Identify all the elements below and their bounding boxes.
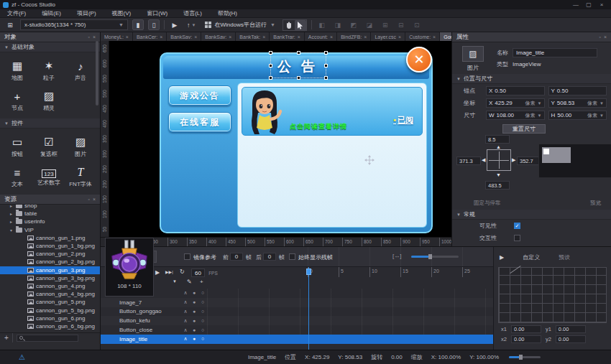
section-general[interactable]: ▼ 常规: [452, 210, 611, 220]
resource-item[interactable]: cannon_gun_3_bg.png: [0, 274, 100, 282]
layer-visibility-eye-icon[interactable]: ●: [190, 327, 198, 333]
document-tab[interactable]: MoneyL:: [101, 32, 133, 41]
layer-visibility-eye-icon[interactable]: ●: [190, 299, 198, 305]
timeline-layer-row[interactable]: Image_7 ∧ ● ○: [101, 298, 493, 307]
curve-tab-custom[interactable]: 自定义: [523, 253, 540, 261]
document-tab[interactable]: Layer.csc: [371, 32, 405, 41]
select-tool-button[interactable]: [295, 20, 306, 31]
layer-lock-icon[interactable]: ○: [198, 327, 207, 333]
dock-center-box[interactable]: [487, 149, 511, 171]
skip-to-end-button[interactable]: ▶▶|: [165, 269, 173, 274]
margin-left-input[interactable]: 371.3: [456, 157, 481, 165]
section-controls[interactable]: ▼ 控件: [0, 118, 100, 129]
design-canvas[interactable]: 公告 ✕ 游戏公告 在线客服: [109, 41, 451, 237]
object-item[interactable]: + 节点: [1, 85, 33, 116]
timeline-layer-row[interactable]: Image_title ∧ ● ○: [101, 335, 493, 344]
menu-item[interactable]: 视图(V): [112, 9, 132, 17]
dialog-close-button[interactable]: ✕: [406, 47, 432, 73]
layer-visibility-eye-icon[interactable]: ●: [190, 290, 198, 296]
align-right-icon[interactable]: ◨: [332, 19, 344, 30]
layer-expand-icon[interactable]: ∧: [181, 299, 190, 305]
document-tab[interactable]: BankTak:: [236, 32, 270, 41]
interactivity-checkbox[interactable]: [514, 235, 520, 241]
resource-search-input[interactable]: [17, 335, 78, 342]
publish-button[interactable]: ↑▼: [185, 19, 198, 30]
coord-x-input[interactable]: X425.29 像素▼: [486, 98, 545, 108]
playhead[interactable]: [308, 267, 309, 350]
pin-icon[interactable]: ▫: [88, 34, 89, 39]
size-h-input[interactable]: H50.00 像素▼: [548, 111, 607, 120]
object-item[interactable]: ▨ 精灵: [33, 85, 65, 116]
resource-item[interactable]: cannon_gun_5_bg.png: [0, 306, 100, 314]
menu-item[interactable]: 帮助(H): [218, 9, 237, 17]
canvas-bg-dark-button[interactable]: ▯: [148, 19, 160, 30]
hand-tool-button[interactable]: [283, 20, 295, 31]
document-tab[interactable]: BankSav:: [167, 32, 201, 41]
edit-animation-icon[interactable]: ✎: [187, 279, 192, 285]
curve-y2-input[interactable]: 0.00: [556, 335, 586, 343]
coord-y-input[interactable]: Y508.53 像素▼: [548, 98, 607, 108]
reset-size-button[interactable]: 重置尺寸: [502, 124, 546, 134]
timeline-layer-row[interactable]: Button_close ∧ ● ○: [101, 325, 493, 335]
mirror-reference-checkbox[interactable]: [184, 253, 190, 260]
game-announcement-button[interactable]: 游戏公告: [168, 85, 231, 106]
section-basic-objects[interactable]: ▼ 基础对象: [0, 42, 100, 52]
new-project-icon[interactable]: ⊞: [4, 19, 16, 30]
curve-y1-input[interactable]: 0.00: [556, 325, 586, 333]
margin-right-input[interactable]: 352.7: [517, 157, 541, 165]
move-anchor-icon[interactable]: [364, 154, 375, 166]
control-item[interactable]: 123 艺术数字: [33, 162, 65, 192]
frame-ruler[interactable]: 051015202530: [308, 267, 493, 277]
layer-expand-icon[interactable]: ∧: [181, 290, 190, 296]
object-item[interactable]: ✶ 粒子: [33, 55, 65, 85]
expand-panel-icon[interactable]: ▶: [500, 254, 504, 261]
tab-close-icon[interactable]: [364, 34, 367, 39]
layer-frame-track[interactable]: [207, 325, 493, 335]
layer-expand-icon[interactable]: ∧: [181, 309, 190, 314]
resource-item[interactable]: cannon_gun_5.png: [0, 298, 100, 306]
align-bottom-icon[interactable]: ◪: [364, 19, 375, 30]
object-item[interactable]: ▦ 地图: [1, 55, 33, 85]
resources-scrollbar[interactable]: [96, 41, 98, 106]
twisty-icon[interactable]: ▸: [10, 211, 16, 216]
tab-close-icon[interactable]: [433, 34, 436, 39]
menu-item[interactable]: 文件(F): [7, 9, 26, 17]
distribute-vertical-icon[interactable]: ⊟: [395, 19, 407, 30]
layer-menu-dropdown-icon[interactable]: ▼: [173, 279, 177, 284]
visibility-checkbox[interactable]: ✓: [514, 223, 520, 229]
resource-item[interactable]: ▸ table: [0, 210, 100, 218]
document-tab[interactable]: BankSav:: [201, 32, 236, 41]
curve-x1-input[interactable]: 0.00: [511, 325, 541, 333]
layer-expand-icon[interactable]: ∧: [181, 318, 190, 324]
document-tab[interactable]: BankTrar:: [270, 32, 305, 41]
pin-icon[interactable]: ▫: [88, 197, 89, 202]
size-w-input[interactable]: W108.00 像素▼: [486, 111, 545, 120]
document-tab[interactable]: Account:: [305, 32, 337, 41]
tab-close-icon[interactable]: [330, 34, 333, 39]
layer-lock-icon[interactable]: ○: [198, 309, 207, 314]
document-tab[interactable]: BankCer:: [133, 32, 167, 41]
layer-expand-icon[interactable]: ∧: [181, 336, 190, 342]
layer-visibility-eye-icon[interactable]: ●: [190, 318, 198, 324]
layer-frame-track[interactable]: [207, 298, 493, 307]
object-item[interactable]: ♪ 声音: [65, 55, 96, 85]
layer-lock-icon[interactable]: ○: [198, 290, 207, 296]
resource-item[interactable]: cannon_gun_4_bg.png: [0, 290, 100, 298]
anchor-x-input[interactable]: X0.50: [486, 86, 545, 95]
read-details-hint[interactable]: 点击阅读查看详情: [290, 122, 347, 131]
anchor-y-input[interactable]: Y0.50: [548, 86, 607, 95]
menu-item[interactable]: 项目(P): [77, 9, 96, 17]
align-top-icon[interactable]: ◩: [348, 19, 359, 30]
run-on-windows-button[interactable]: 在Windows平台运行 ▼: [202, 19, 277, 30]
resource-item[interactable]: cannon_gun_1.png: [0, 234, 100, 242]
add-resource-button[interactable]: +: [4, 334, 9, 342]
add-animation-icon[interactable]: +: [200, 279, 203, 285]
close-button[interactable]: ×: [595, 1, 608, 9]
layer-lock-icon[interactable]: ○: [198, 336, 207, 342]
tab-close-icon[interactable]: [262, 34, 265, 39]
tab-close-icon[interactable]: [229, 34, 231, 39]
resource-item[interactable]: cannon_gun_2_bg.png: [0, 258, 100, 266]
resource-item[interactable]: ▸ userinfo: [0, 218, 100, 225]
menu-item[interactable]: 编辑(E): [42, 9, 61, 17]
close-panel-icon[interactable]: ×: [93, 34, 96, 39]
